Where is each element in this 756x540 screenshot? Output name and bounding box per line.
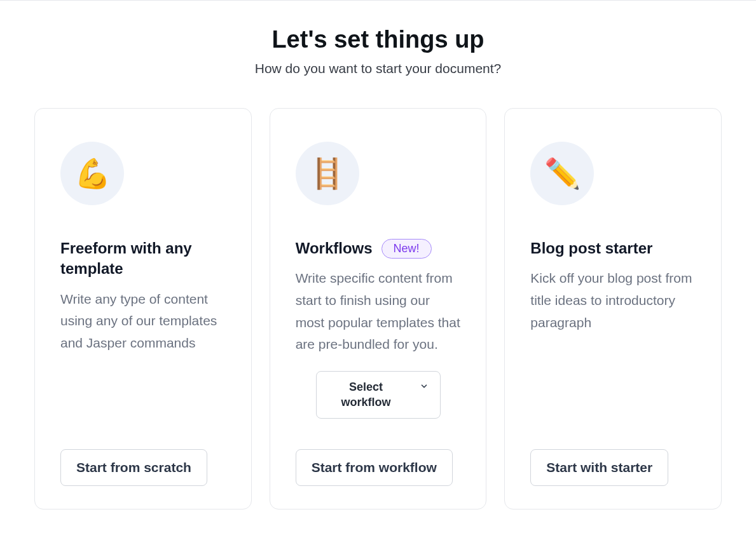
card-title-freeform: Freeform with any template [60,238,226,280]
select-workflow-dropdown[interactable]: Select workflow [316,371,441,419]
pencil-icon: ✏️ [530,142,594,205]
card-blog: ✏️ Blog post starter Kick off your blog … [504,108,722,510]
muscle-icon: 💪 [60,142,124,205]
select-workflow-label: Select workflow [328,379,404,410]
page-title: Let's set things up [255,26,502,53]
card-desc-workflows: Write specific content from start to fin… [296,267,461,356]
card-desc-blog: Kick off your blog post from title ideas… [530,267,696,334]
card-workflows: 🪜 Workflows New! Write specific content … [270,108,487,510]
new-badge: New! [381,239,432,259]
start-from-scratch-button[interactable]: Start from scratch [60,449,207,486]
card-grid: 💪 Freeform with any template Write any t… [0,108,756,510]
page-header: Let's set things up How do you want to s… [255,26,502,76]
card-freeform: 💪 Freeform with any template Write any t… [34,108,252,510]
start-from-workflow-button[interactable]: Start from workflow [296,449,453,486]
card-title-workflows: Workflows [296,238,373,259]
card-desc-freeform: Write any type of content using any of o… [60,288,226,354]
ladder-icon: 🪜 [296,142,359,205]
page-subtitle: How do you want to start your document? [255,61,502,76]
start-with-starter-button[interactable]: Start with starter [530,449,668,486]
card-title-blog: Blog post starter [530,238,652,259]
chevron-down-icon [420,382,429,393]
